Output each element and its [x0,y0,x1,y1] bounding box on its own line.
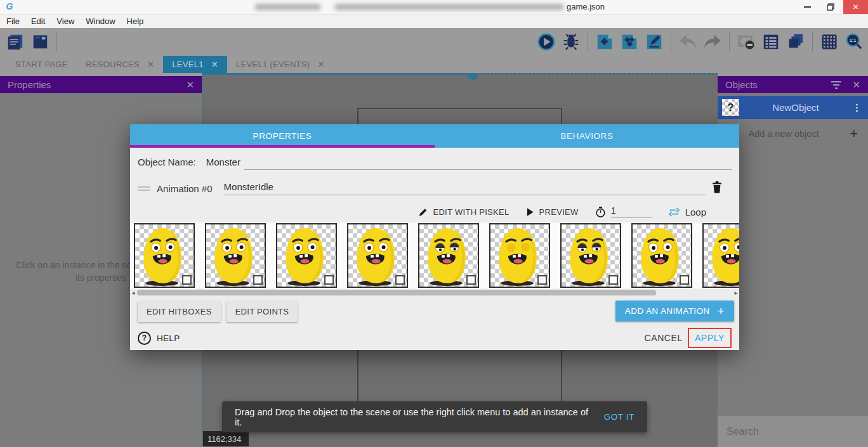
toolbar-separator [729,32,730,52]
preview-button[interactable]: PREVIEW [526,207,579,217]
time-value-input[interactable]: 1 [611,205,652,218]
question-mark-icon: ? [728,102,734,113]
time-between-frames[interactable]: 1 [595,205,652,218]
dialog-footer: ? HELP CANCEL APPLY [130,326,739,350]
minimize-icon [804,6,811,8]
frame-checkbox[interactable] [608,275,618,285]
app-window: G game.json ✕ File Edit View Window Help [0,0,868,447]
frame-checkbox[interactable] [466,275,476,285]
objects-search-input[interactable] [725,425,859,438]
snackbar-message: Drag and Drop the object to the scene or… [235,407,596,427]
animation-frame[interactable] [418,223,479,288]
tab-label: RESOURCES [86,60,140,69]
object-name-underline [244,154,732,170]
dialog-tab-behaviors[interactable]: BEHAVIORS [435,124,739,148]
animation-frame[interactable] [205,223,266,288]
cancel-button[interactable]: CANCEL [644,333,682,343]
zoom-1-1-icon[interactable]: 1:1 [844,32,864,52]
dialog-tab-properties[interactable]: PROPERTIES [130,124,435,148]
mask-icon[interactable] [736,32,756,52]
restore-button[interactable] [820,0,841,14]
tab-resources[interactable]: RESOURCES✕ [77,56,163,73]
frame-checkbox[interactable] [253,275,263,285]
got-it-button[interactable]: GOT IT [604,412,635,422]
objects-close-icon[interactable]: ✕ [852,79,860,91]
redacted-title-segment [255,4,320,10]
close-button[interactable]: ✕ [843,0,868,14]
animation-frame[interactable] [631,223,692,288]
scene-border-top [202,73,476,75]
edit-points-button[interactable]: EDIT POINTS [227,301,298,322]
object-menu-icon[interactable]: ⋮ [852,102,862,113]
frame-checkbox[interactable] [680,275,689,285]
dialog-tabs: PROPERTIES BEHAVIORS [130,124,739,148]
animation-frame[interactable] [560,223,621,288]
layers-icon[interactable] [786,32,806,52]
help-button[interactable]: ? HELP [138,332,644,345]
animation-frame[interactable] [134,223,195,288]
minimize-button[interactable] [797,0,817,14]
play-icon[interactable] [536,32,556,52]
animation-frame[interactable] [347,223,408,288]
close-icon: ✕ [852,3,858,11]
animation-index-label: Animation #0 [157,183,213,194]
publish-icon[interactable] [619,32,640,52]
edit-hitboxes-button[interactable]: EDIT HITBOXES [138,301,221,322]
frame-checkbox[interactable] [395,275,405,285]
tab-close-icon[interactable]: ✕ [211,60,218,69]
object-name-value[interactable]: Monster [206,157,240,167]
undo-icon[interactable] [678,32,698,52]
window-title: game.json [567,2,605,11]
animation-frames [130,223,739,288]
menu-edit[interactable]: Edit [30,16,51,26]
add-animation-button[interactable]: ADD AN ANIMATION + [615,301,734,321]
animation-frame[interactable] [276,223,337,288]
object-list-item[interactable]: ? NewObject ⋮ [718,96,868,119]
project-manager-icon[interactable] [5,32,25,52]
export-icon[interactable] [595,32,615,52]
objects-panel-header: Objects ✕ [718,76,868,93]
animation-name-input[interactable]: MonsterIdle [224,181,706,195]
timer-icon [595,206,606,218]
debug-icon[interactable] [561,32,581,52]
menu-view[interactable]: View [55,16,81,26]
scroll-right-icon[interactable]: ► [733,288,739,297]
menu-file[interactable]: File [5,16,26,26]
frame-checkbox[interactable] [537,275,547,285]
loop-label: Loop [685,207,706,217]
objects-search-bar [718,416,868,447]
delete-animation-button[interactable] [711,181,723,196]
tab-level1[interactable]: LEVEL1✕ [163,56,227,73]
add-object-row[interactable]: Add a new object + [718,124,868,143]
tab-start-page[interactable]: START PAGE [6,56,77,73]
frames-scrollbar[interactable]: ◄ ► [130,288,739,297]
grid-icon[interactable] [819,32,839,52]
instances-list-icon[interactable] [761,32,781,52]
tab-close-icon[interactable]: ✕ [147,60,154,69]
help-label: HELP [157,334,180,343]
menubar: File Edit View Window Help [0,15,868,28]
tab-level1-events[interactable]: LEVEL1 (EVENTS)✕ [227,56,334,73]
scrollbar-thumb[interactable] [137,290,656,295]
frame-checkbox[interactable] [182,275,192,285]
edit-scene-icon[interactable] [644,32,664,52]
active-tab-indicator [130,145,435,148]
edit-with-piskel-button[interactable]: EDIT WITH PISKEL [418,207,509,217]
scroll-left-icon[interactable]: ◄ [130,288,136,297]
loop-toggle[interactable]: Loop [668,207,706,217]
start-page-icon[interactable] [30,32,50,52]
animation-frame[interactable] [702,223,739,288]
apply-button[interactable]: APPLY [695,333,725,343]
properties-close-icon[interactable]: ✕ [186,79,194,91]
drag-handle-icon[interactable] [138,185,150,193]
animation-frame[interactable] [489,223,550,288]
toolbar-separator [56,32,57,52]
cursor-coordinates: 1162;334 [203,431,249,446]
add-object-plus-icon[interactable]: + [850,126,858,142]
tab-close-icon[interactable]: ✕ [317,60,324,69]
redo-icon[interactable] [702,32,723,52]
filter-icon[interactable] [831,81,842,89]
frame-checkbox[interactable] [324,275,334,285]
menu-help[interactable]: Help [126,16,150,26]
menu-window[interactable]: Window [84,16,121,26]
